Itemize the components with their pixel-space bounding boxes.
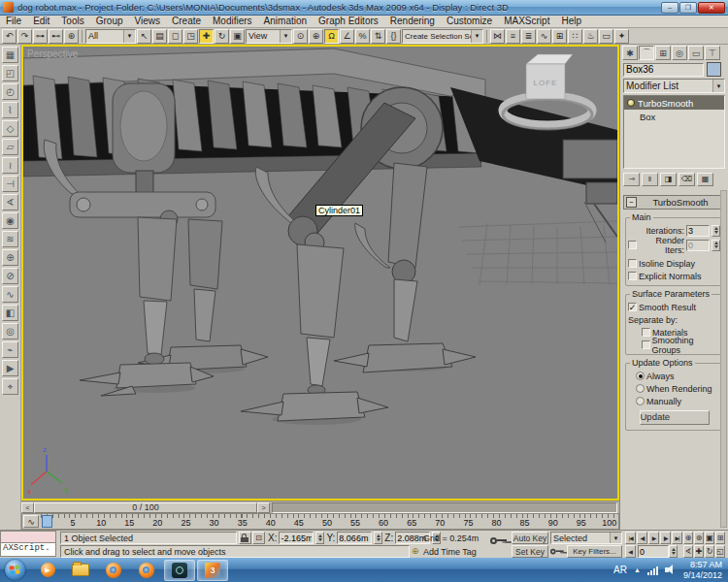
menu-item[interactable]: Animation: [258, 16, 313, 27]
collapse-icon[interactable]: −: [626, 197, 637, 208]
zoom-button[interactable]: ⊕: [683, 532, 693, 544]
reactor-soft-body-collection-button[interactable]: ◴: [2, 83, 18, 100]
isoline-display-checkbox[interactable]: [628, 259, 637, 268]
configure-modifier-sets-button[interactable]: ▦: [697, 173, 713, 186]
menu-item[interactable]: Help: [555, 16, 587, 27]
tab-motion[interactable]: ◎: [672, 46, 687, 60]
reactor-linear-dashpot-button[interactable]: ⊣: [2, 176, 18, 192]
rollout-header[interactable]: − TurboSmooth: [623, 195, 725, 210]
rectangular-selection-region-button[interactable]: ◻: [168, 29, 182, 44]
angle-snap-toggle-button[interactable]: ∠: [340, 29, 354, 44]
field-of-view-button[interactable]: ∢: [683, 545, 693, 558]
select-by-name-button[interactable]: ▤: [152, 29, 167, 44]
render-iters-field[interactable]: [686, 240, 710, 251]
reactor-cloth-collection-button[interactable]: ◰: [2, 65, 18, 81]
reactor-preview-animation-button[interactable]: ⌖: [2, 378, 18, 395]
menu-item[interactable]: Modifiers: [207, 16, 258, 27]
snaps-toggle-button[interactable]: Ω: [324, 29, 339, 44]
start-button[interactable]: [5, 560, 25, 580]
quick-render-button[interactable]: ✦: [614, 29, 629, 44]
reactor-soft-body-modifier-button[interactable]: ◎: [2, 323, 18, 340]
reactor-create-animation-button[interactable]: ▶: [2, 360, 18, 376]
perspective-viewport[interactable]: Perspective Cylinder01: [21, 45, 619, 501]
tray-expand-icon[interactable]: ▲: [634, 566, 641, 573]
reactor-water-button[interactable]: ∿: [2, 286, 18, 303]
key-mode-toggle-button[interactable]: ◀: [625, 545, 636, 558]
explicit-normals-checkbox[interactable]: [628, 272, 637, 280]
schematic-view-button[interactable]: ⊞: [552, 29, 567, 44]
current-frame-field[interactable]: [638, 545, 669, 558]
tab-create[interactable]: ✱: [622, 46, 638, 60]
language-indicator[interactable]: AR: [613, 565, 627, 575]
reactor-plane-button[interactable]: ▱: [2, 139, 18, 155]
when-rendering-radio[interactable]: [636, 384, 645, 393]
y-coordinate-field[interactable]: [337, 532, 372, 544]
iterations-field[interactable]: [686, 225, 710, 237]
reactor-rope-collection-button[interactable]: ⌇: [2, 102, 18, 118]
bind-to-space-warp-button[interactable]: ⊛: [64, 29, 79, 44]
reactor-rigid-body-collection-button[interactable]: ▦: [2, 47, 18, 63]
make-unique-button[interactable]: ◨: [660, 173, 677, 186]
zoom-all-button[interactable]: ⊛: [694, 532, 704, 544]
key-mode-dropdown[interactable]: Selected ▼: [550, 532, 622, 544]
previous-frame-button[interactable]: ◀|: [637, 532, 647, 544]
select-and-scale-button[interactable]: ▣: [230, 29, 245, 44]
maximize-button[interactable]: ❐: [679, 2, 697, 14]
tab-modify[interactable]: ⌒: [639, 46, 654, 60]
menu-item[interactable]: Graph Editors: [313, 16, 384, 27]
show-end-result-button[interactable]: ‖: [642, 173, 658, 186]
remove-modifier-button[interactable]: ⌫: [678, 173, 695, 186]
smoothing-groups-checkbox[interactable]: [642, 340, 650, 349]
reactor-fracture-button[interactable]: ⊘: [2, 268, 18, 284]
menu-item[interactable]: Edit: [27, 16, 55, 27]
iterations-spinner[interactable]: [711, 225, 720, 237]
layer-manager-button[interactable]: ≣: [521, 29, 536, 44]
time-slider-next-button[interactable]: >: [257, 502, 270, 513]
time-slider-prev-button[interactable]: <: [21, 502, 34, 513]
always-radio[interactable]: [636, 372, 645, 380]
listener-row[interactable]: AXScript.: [0, 543, 56, 557]
redo-button[interactable]: ↷: [17, 29, 32, 44]
named-selection-sets-dropdown[interactable]: Create Selection Set ▼: [402, 29, 483, 44]
manually-radio[interactable]: [636, 397, 645, 405]
selection-lock-toggle[interactable]: [239, 532, 251, 544]
menu-item[interactable]: Customize: [441, 16, 498, 27]
network-icon[interactable]: [647, 566, 658, 575]
menu-item[interactable]: File: [0, 16, 27, 27]
render-setup-button[interactable]: ♨: [583, 29, 598, 44]
spinner-snap-toggle-button[interactable]: ⇅: [371, 29, 385, 44]
go-to-end-button[interactable]: ▶|: [672, 532, 682, 544]
tab-display[interactable]: ▭: [688, 46, 704, 60]
key-filters-button[interactable]: Key Filters...: [567, 545, 622, 558]
taskbar-item-firefox-2[interactable]: [131, 560, 162, 581]
modifier-list-dropdown[interactable]: Modifier List ▼: [623, 79, 725, 93]
menu-item[interactable]: Tools: [55, 16, 89, 27]
reactor-rope-modifier-button[interactable]: ⌁: [2, 341, 18, 358]
taskbar-item-explorer[interactable]: [65, 560, 96, 581]
reactor-spring-button[interactable]: ≀: [2, 157, 18, 174]
tab-utilities[interactable]: ⊤: [705, 46, 720, 60]
tab-hierarchy[interactable]: ⊞: [655, 46, 671, 60]
maxscript-mini-listener[interactable]: AXScript.: [0, 531, 56, 558]
selection-filter-dropdown[interactable]: All ▼: [85, 29, 136, 44]
track-bar[interactable]: ∿ 05101520253035404550556065707580859095…: [21, 513, 619, 530]
current-frame-marker[interactable]: [42, 515, 52, 528]
edit-named-selection-sets-button[interactable]: {}: [386, 29, 401, 44]
x-coordinate-field[interactable]: [279, 532, 314, 544]
menu-item[interactable]: Views: [129, 16, 167, 27]
object-color-swatch[interactable]: [707, 62, 721, 77]
window-crossing-button[interactable]: ◳: [183, 29, 198, 44]
reactor-angular-dashpot-button[interactable]: ∢: [2, 194, 18, 210]
zoom-extents-all-button[interactable]: ⊞: [715, 532, 725, 544]
pin-stack-button[interactable]: ⊸: [623, 173, 640, 186]
time-slider-track[interactable]: [272, 502, 617, 513]
use-pivot-point-center-button[interactable]: ⊙: [293, 29, 308, 44]
time-slider-handle[interactable]: 0 / 100: [34, 502, 257, 513]
update-button[interactable]: Update: [640, 410, 710, 425]
undo-button[interactable]: ↶: [2, 29, 17, 44]
render-iters-checkbox[interactable]: [628, 241, 637, 249]
smooth-result-checkbox[interactable]: ✓: [628, 303, 637, 311]
play-button[interactable]: ▶: [648, 532, 659, 544]
align-button[interactable]: ≡: [506, 29, 520, 44]
close-button[interactable]: ✕: [698, 2, 725, 14]
